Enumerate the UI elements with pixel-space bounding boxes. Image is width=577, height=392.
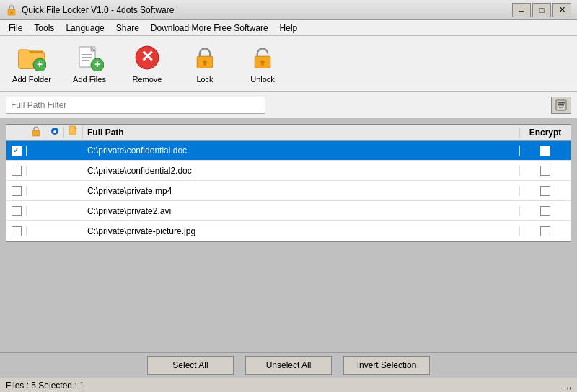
row-checkbox[interactable]: [12, 146, 22, 156]
row-encrypt-checkbox[interactable]: [540, 146, 550, 156]
row-encrypt-checkbox[interactable]: [540, 166, 550, 176]
menu-language[interactable]: Language: [60, 22, 110, 35]
search-bar: [0, 92, 577, 118]
window-title: Quick File Locker V1.0 - 4dots Software: [22, 5, 174, 15]
row-checkbox[interactable]: [12, 206, 22, 216]
row-encrypt-checkbox[interactable]: [540, 206, 550, 216]
header-blue: ●: [45, 127, 64, 138]
svg-text:✕: ✕: [141, 48, 154, 66]
row-path: C:\private\private2.avi: [83, 206, 520, 216]
table-row[interactable]: C:\private\confidential.doc: [6, 141, 571, 161]
unlock-button[interactable]: Unlock: [237, 40, 288, 87]
row-checkbox[interactable]: [12, 226, 22, 236]
select-all-button[interactable]: Select All: [147, 356, 234, 375]
svg-rect-15: [204, 62, 206, 66]
add-folder-button[interactable]: + Add Folder: [6, 40, 58, 87]
svg-point-1: [11, 11, 13, 13]
row-encrypt-cell[interactable]: [520, 186, 571, 196]
header-doc: [64, 125, 83, 139]
row-encrypt-checkbox[interactable]: [540, 226, 550, 236]
table-row[interactable]: C:\private\private-picture.jpg: [6, 221, 571, 241]
unlock-icon: [248, 43, 277, 72]
row-encrypt-cell[interactable]: [520, 146, 571, 156]
file-list-header: ● Full Path Encrypt: [6, 125, 571, 141]
svg-rect-22: [559, 107, 563, 108]
svg-rect-18: [262, 62, 264, 66]
remove-icon: ✕: [133, 43, 162, 72]
content-area: ● Full Path Encrypt C:\private\confident…: [0, 118, 577, 392]
svg-rect-8: [82, 60, 89, 61]
status-bar: Files : 5 Selected : 1 .,,: [0, 378, 577, 392]
row-check-cell[interactable]: [6, 146, 27, 156]
invert-selection-button[interactable]: Invert Selection: [343, 356, 430, 375]
row-path: C:\private\private-picture.jpg: [83, 226, 520, 236]
remove-button[interactable]: ✕ Remove: [121, 40, 173, 87]
status-text: Files : 5 Selected : 1: [6, 380, 84, 391]
row-encrypt-cell[interactable]: [520, 206, 571, 216]
row-check-cell[interactable]: [6, 226, 27, 236]
lock-label: Lock: [196, 75, 213, 84]
header-full-path: Full Path: [83, 128, 520, 138]
bottom-buttons: Select All Unselect All Invert Selection: [0, 352, 577, 378]
table-row[interactable]: C:\private\confidential2.doc: [6, 161, 571, 181]
menu-help[interactable]: Help: [274, 22, 304, 35]
unselect-all-button[interactable]: Unselect All: [245, 356, 332, 375]
row-check-cell[interactable]: [6, 166, 27, 176]
row-path: C:\private\confidential2.doc: [83, 166, 520, 176]
header-encrypt: Encrypt: [520, 128, 571, 138]
filter-icon-button[interactable]: [551, 97, 571, 114]
row-encrypt-checkbox[interactable]: [540, 186, 550, 196]
file-list: ● Full Path Encrypt C:\private\confident…: [6, 124, 571, 242]
title-left: Quick File Locker V1.0 - 4dots Software: [6, 4, 174, 16]
unlock-label: Unlock: [250, 75, 275, 84]
row-encrypt-cell[interactable]: [520, 166, 571, 176]
menu-share[interactable]: Share: [110, 22, 145, 35]
svg-text:●: ●: [53, 128, 56, 135]
add-files-icon: +: [75, 43, 104, 72]
remove-label: Remove: [133, 75, 162, 84]
maximize-button[interactable]: □: [532, 3, 551, 17]
minimize-button[interactable]: –: [512, 3, 531, 17]
row-check-cell[interactable]: [6, 186, 27, 196]
row-checkbox[interactable]: [12, 166, 22, 176]
menu-file[interactable]: File: [3, 22, 28, 35]
row-path: C:\private\private.mp4: [83, 186, 520, 196]
menu-bar: File Tools Language Share Download More …: [0, 20, 577, 36]
add-folder-label: Add Folder: [12, 75, 51, 84]
svg-text:+: +: [37, 58, 43, 70]
row-encrypt-cell[interactable]: [520, 226, 571, 236]
add-files-button[interactable]: + Add Files: [63, 40, 115, 87]
app-icon: [6, 4, 17, 16]
search-input[interactable]: [6, 97, 265, 114]
menu-download[interactable]: Download More Free Software: [145, 22, 274, 35]
toolbar: + Add Folder + Add Files: [0, 36, 577, 92]
file-rows: C:\private\confidential.docC:\private\co…: [6, 141, 571, 241]
lock-button[interactable]: Lock: [179, 40, 231, 87]
add-folder-icon: +: [17, 43, 46, 72]
close-button[interactable]: ✕: [552, 3, 571, 17]
table-row[interactable]: C:\private\private.mp4: [6, 181, 571, 201]
svg-rect-7: [82, 57, 92, 58]
svg-rect-20: [558, 102, 565, 104]
window-controls: – □ ✕: [512, 3, 571, 17]
lock-icon: [190, 43, 219, 72]
row-checkbox[interactable]: [12, 186, 22, 196]
row-path: C:\private\confidential.doc: [83, 146, 520, 156]
row-check-cell[interactable]: [6, 206, 27, 216]
menu-tools[interactable]: Tools: [28, 22, 60, 35]
table-row[interactable]: C:\private\private2.avi: [6, 201, 571, 221]
filter-icon: [555, 99, 567, 111]
svg-text:+: +: [94, 58, 100, 70]
svg-rect-23: [32, 130, 40, 136]
title-bar: Quick File Locker V1.0 - 4dots Software …: [0, 0, 577, 20]
header-lock: [27, 125, 45, 139]
add-files-label: Add Files: [73, 75, 106, 84]
svg-rect-21: [558, 104, 564, 106]
status-dots: .,,: [564, 380, 571, 391]
svg-rect-6: [82, 54, 92, 55]
file-area: ● Full Path Encrypt C:\private\confident…: [0, 118, 577, 352]
